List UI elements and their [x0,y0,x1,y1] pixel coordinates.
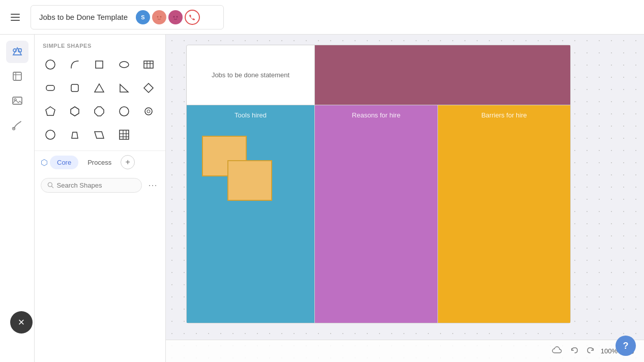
col-barriers-label: Barriers for hire [438,105,570,119]
shape-square[interactable] [90,55,109,74]
shape-triangle[interactable] [90,78,109,98]
canvas-area[interactable]: Jobs to be done statement Tools hired Re… [166,35,644,362]
sidebar-image-button[interactable] [6,89,28,112]
statement-text: Jobs to be done statement [187,45,315,105]
sidebar-draw-button[interactable] [6,114,28,136]
svg-marker-28 [71,107,79,116]
col-tools-label: Tools hired [187,105,314,119]
header: Jobs to be Done Template S [0,0,644,35]
shapes-tab-icon: ⬡ [41,158,48,167]
svg-point-17 [120,62,129,68]
svg-point-15 [46,60,55,69]
phone-button[interactable] [185,10,200,25]
hamburger-icon [11,14,20,21]
shapes-panel: SIMPLE SHAPES ⬡ Core Process + [35,35,166,362]
shape-pentagon[interactable] [41,102,60,121]
svg-point-4 [173,16,175,17]
shape-right-triangle[interactable] [114,78,134,98]
shapes-section-label: SIMPLE SHAPES [35,35,165,53]
col-tools-hired: Tools hired [187,105,315,323]
svg-point-2 [160,16,162,17]
shape-grid[interactable] [114,125,134,144]
svg-rect-16 [96,61,103,68]
svg-rect-36 [120,130,129,139]
avatar-group: S [136,10,200,25]
cloud-save-icon[interactable] [550,344,564,358]
undo-icon[interactable] [568,344,580,358]
avatar-s[interactable]: S [136,10,150,24]
col-reasons-hire: Reasons for hire [315,105,438,323]
svg-point-32 [147,110,150,113]
shape-octagon[interactable] [90,102,109,121]
shape-parallelogram[interactable] [90,125,109,144]
shape-trapezoid[interactable] [65,125,84,144]
search-more-button[interactable]: ⋯ [146,177,159,193]
shapes-tabs: ⬡ Core Process + [35,150,165,173]
svg-marker-35 [95,132,104,138]
svg-point-31 [145,108,152,115]
svg-point-30 [120,107,129,116]
shapes-grid [35,53,165,150]
fab-close-button[interactable]: × [10,311,33,334]
redo-icon[interactable] [584,344,597,358]
svg-rect-18 [144,61,153,68]
avatar-a[interactable] [152,10,166,24]
zoom-level: 100% [601,347,618,355]
shape-rounded-square[interactable] [65,78,84,98]
svg-point-5 [177,16,178,17]
svg-rect-12 [13,97,22,104]
search-row: ⋯ [35,173,165,199]
svg-rect-22 [46,85,54,90]
svg-point-0 [154,12,165,23]
sidebar-frame-button[interactable] [6,65,28,87]
shape-circle2[interactable] [114,102,134,121]
sidebar-shapes-button[interactable] [6,41,28,63]
search-box[interactable] [41,178,142,193]
sticky-note-2[interactable] [227,160,272,201]
tab-process[interactable]: Process [80,156,119,169]
svg-line-42 [51,186,53,188]
svg-point-1 [157,16,159,17]
shape-arc[interactable] [65,55,84,74]
svg-rect-23 [71,84,78,92]
shape-hexagon[interactable] [65,102,84,121]
bottom-bar: 100% [166,340,644,362]
shape-ellipse[interactable] [114,55,134,74]
bottom-row: Tools hired Reasons for hire Barriers fo… [187,105,570,323]
svg-marker-25 [120,84,128,92]
svg-marker-34 [72,132,78,138]
search-icon [47,182,54,189]
title-bar: Jobs to be Done Template S [31,5,224,29]
svg-marker-29 [95,107,104,116]
menu-button[interactable] [0,0,31,35]
shape-circle3[interactable] [139,102,158,121]
shape-table[interactable] [139,55,158,74]
shape-rounded-rect[interactable] [41,78,60,98]
shape-circle[interactable] [41,55,60,74]
svg-point-33 [46,130,55,139]
col-barriers-hire: Barriers for hire [438,105,570,323]
search-input[interactable] [57,182,136,189]
help-button[interactable]: ? [616,336,636,356]
svg-marker-24 [95,84,104,92]
shape-oval[interactable] [41,125,60,144]
document-title: Jobs to be Done Template [39,13,128,21]
svg-marker-26 [144,83,153,93]
statement-row: Jobs to be done statement [187,45,570,105]
statement-color-block [315,45,570,105]
board: Jobs to be done statement Tools hired Re… [186,45,571,323]
tab-core[interactable]: Core [50,156,78,169]
svg-point-3 [170,12,181,23]
avatar-b[interactable] [168,10,183,24]
add-tab-button[interactable]: + [121,155,135,169]
svg-marker-27 [46,107,55,115]
col-reasons-label: Reasons for hire [315,105,437,119]
shape-diamond[interactable] [139,78,158,98]
svg-rect-9 [13,72,21,80]
